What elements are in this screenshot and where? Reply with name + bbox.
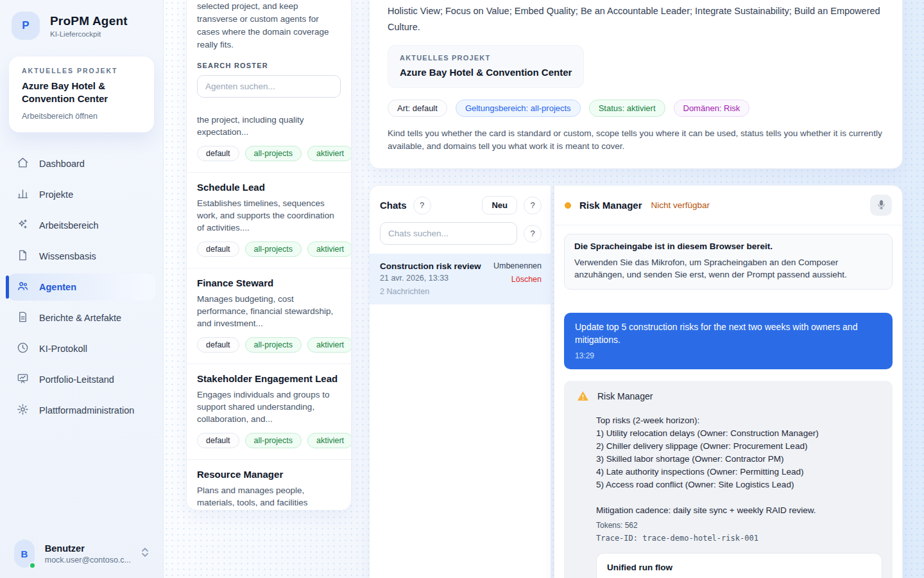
user-name: Benutzer: [45, 543, 131, 554]
file-icon: [17, 249, 29, 263]
badge-status: aktiviert: [307, 241, 352, 257]
main-area: and states. Use active agents for the se…: [164, 0, 924, 578]
agent-description: the project, including quality expectati…: [197, 114, 341, 138]
agent-description: Manages budgeting, cost performance, fin…: [197, 293, 341, 329]
detail-project-label: AKTUELLES PROJEKT: [400, 54, 572, 62]
chats-title: Chats: [380, 200, 407, 211]
gear-icon: [17, 403, 29, 417]
badge-kind: default: [197, 337, 239, 353]
microphone-button[interactable]: [870, 195, 892, 216]
user-email: mock.user@contoso.c...: [45, 556, 131, 565]
badge-status: Status: aktiviert: [589, 100, 665, 117]
microphone-icon: [876, 199, 887, 212]
agent-card-schedule-lead[interactable]: Schedule Lead Establishes timelines, seq…: [187, 172, 351, 268]
avatar: B: [14, 539, 35, 568]
badge-art: Art: default: [388, 100, 447, 117]
agent-card-stakeholder-engagement-lead[interactable]: Stakeholder Engagement Lead Engages indi…: [187, 363, 351, 459]
agent-search-input[interactable]: [197, 75, 341, 98]
user-menu[interactable]: B Benutzer mock.user@contoso.c...: [8, 539, 155, 568]
app-title: ProPM Agent: [50, 14, 128, 28]
trace-id: Trace-ID: trace-demo-hotel-risk-001: [596, 534, 882, 543]
voice-info-body: Verwenden Sie das Mikrofon, um Sprachein…: [574, 256, 882, 281]
badge-scope: all-projects: [245, 337, 302, 353]
chevron-updown-icon: [141, 547, 149, 560]
badge-explainer-text: Kind tells you whether the card is stand…: [388, 127, 884, 153]
rename-chat-link[interactable]: Umbenennen: [493, 261, 542, 270]
sidebar-item-wissensbasis[interactable]: Wissensbasis: [8, 243, 155, 270]
voice-info-title: Die Spracheingabe ist in diesem Browser …: [574, 241, 882, 251]
sidebar-item-portfolio-leitstand[interactable]: Portfolio-Leitstand: [8, 366, 155, 393]
sparkles-icon: [17, 218, 29, 232]
run-flow-title: Unified run flow: [607, 563, 871, 572]
presence-dot: [565, 202, 571, 209]
sidebar-item-label: Portfolio-Leitstand: [39, 374, 114, 385]
badge-kind: default: [197, 433, 239, 448]
sidebar-item-agenten[interactable]: Agenten: [8, 274, 155, 301]
sidebar-item-arbeitsbereich[interactable]: Arbeitsbereich: [8, 212, 155, 239]
current-project-label: AKTUELLES PROJEKT: [22, 67, 141, 74]
agent-detail-principles: Holistic View; Focus on Value; Embed Qua…: [388, 3, 884, 35]
current-project-card: AKTUELLES PROJEKT Azure Bay Hotel & Conv…: [9, 57, 154, 132]
detail-current-project-box: AKTUELLES PROJEKT Azure Bay Hotel & Conv…: [388, 45, 584, 88]
users-icon: [17, 280, 29, 294]
badge-status: aktiviert: [307, 146, 352, 161]
voice-input-info-box: Die Spracheingabe ist in diesem Browser …: [564, 234, 893, 290]
agent-card-resource-manager[interactable]: Resource Manager Plans and manages peopl…: [187, 459, 351, 511]
sidebar-item-projekte[interactable]: Projekte: [8, 181, 155, 208]
badge-kind: default: [197, 241, 239, 257]
help-icon[interactable]: ?: [524, 197, 542, 215]
roster-intro-text: and states. Use active agents for the se…: [187, 0, 351, 51]
agent-message-text: Top risks (2-week horizon): 1) Utility r…: [596, 414, 882, 517]
clock-icon: [17, 342, 29, 356]
agent-description: Engages individuals and groups to suppor…: [197, 389, 341, 425]
agent-description: Plans and manages people, materials, too…: [197, 484, 341, 511]
sidebar-item-label: Dashboard: [39, 159, 85, 169]
chat-item-message-count: 2 Nachrichten: [380, 287, 481, 296]
sidebar: P ProPM Agent KI-Liefercockpit AKTUELLES…: [0, 0, 164, 578]
online-status-dot: [29, 562, 36, 569]
sidebar-item-label: KI-Protokoll: [39, 344, 87, 354]
presentation-chart-icon: [17, 372, 29, 387]
sidebar-item-berichte[interactable]: Berichte & Artefakte: [8, 304, 155, 331]
sidebar-item-label: Agenten: [39, 282, 76, 292]
detail-project-name: Azure Bay Hotel & Convention Center: [400, 67, 572, 78]
unified-run-flow-card: Unified run flow Chat -> Run -> Structur…: [596, 553, 882, 578]
badge-domaenen: Domänen: Risk: [674, 100, 750, 117]
agent-card-clipped[interactable]: the project, including quality expectati…: [187, 107, 351, 172]
new-chat-button[interactable]: Neu: [482, 196, 517, 215]
sidebar-nav: Dashboard Projekte Arbeitsbereich Wissen…: [8, 150, 155, 424]
avatar-initial: B: [21, 548, 28, 559]
badge-geltungsbereich: Geltungsbereich: all-projects: [456, 100, 581, 117]
chat-search-input[interactable]: [380, 222, 517, 245]
help-icon[interactable]: ?: [413, 197, 431, 215]
agent-card-finance-steward[interactable]: Finance Steward Manages budgeting, cost …: [187, 268, 351, 363]
chat-list-item[interactable]: Construction risk review 21 avr. 2026, 1…: [370, 254, 551, 304]
chat-item-date: 21 avr. 2026, 13:33: [380, 274, 481, 283]
badge-kind: default: [197, 146, 239, 161]
sidebar-item-label: Plattformadministration: [39, 405, 134, 416]
open-workspace-link[interactable]: Arbeitsbereich öffnen: [22, 112, 141, 121]
sidebar-item-ki-protokoll[interactable]: KI-Protokoll: [8, 335, 155, 362]
conversation-panel: Risk Manager Nicht verfügbar Die Sprache…: [554, 185, 903, 578]
help-icon[interactable]: ?: [524, 225, 542, 243]
user-message-text: Update top 5 construction risks for the …: [575, 320, 882, 346]
chat-item-title: Construction risk review: [380, 261, 481, 271]
agent-message-sender: Risk Manager: [597, 391, 653, 401]
content-column: Holistic View; Focus on Value; Embed Qua…: [369, 0, 903, 578]
sidebar-item-label: Projekte: [39, 189, 73, 200]
delete-chat-link[interactable]: Löschen: [493, 275, 542, 284]
badge-status: aktiviert: [307, 433, 352, 448]
sidebar-item-plattformadministration[interactable]: Plattformadministration: [8, 397, 155, 424]
agent-name: Schedule Lead: [197, 182, 341, 193]
sidebar-item-dashboard[interactable]: Dashboard: [8, 150, 155, 177]
agent-name: Resource Manager: [197, 469, 341, 480]
agent-name: Stakeholder Engagement Lead: [197, 373, 341, 384]
agent-message-bubble: Risk Manager Top risks (2-week horizon):…: [564, 381, 893, 578]
current-project-name: Azure Bay Hotel & Convention Center: [22, 80, 141, 105]
badge-scope: all-projects: [245, 433, 302, 448]
bar-chart-icon: [17, 188, 29, 202]
chats-panel: Chats ? Neu ? ? Construction risk rev: [369, 185, 551, 578]
document-icon: [17, 311, 29, 325]
sidebar-item-label: Arbeitsbereich: [39, 220, 99, 231]
availability-status: Nicht verfügbar: [651, 200, 710, 210]
